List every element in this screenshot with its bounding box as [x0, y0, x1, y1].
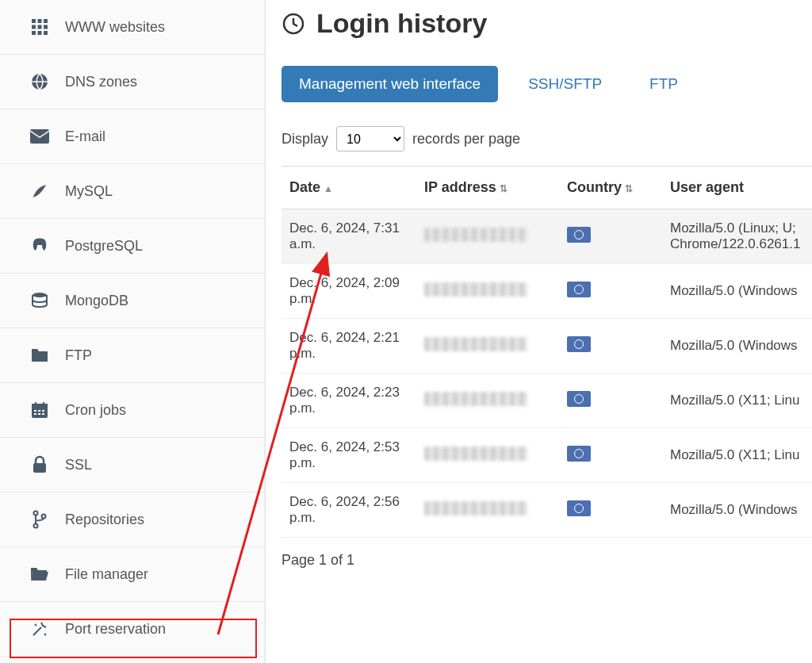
sidebar-item-ssl[interactable]: SSL [0, 438, 265, 492]
cell-ip [416, 374, 559, 428]
table-row: Dec. 6, 2024, 2:21 p.m. Mozilla/5.0 (Win… [282, 319, 812, 374]
sidebar-item-ftp[interactable]: FTP [0, 328, 265, 383]
tab-ftp[interactable]: FTP [632, 66, 695, 102]
cell-country [559, 319, 662, 374]
records-per-page-row: Display 10 records per page [282, 126, 812, 151]
records-per-page-select[interactable]: 10 [336, 126, 404, 151]
sidebar-item-postgres[interactable]: PostgreSQL [0, 219, 265, 274]
table-row: Dec. 6, 2024, 2:53 p.m. Mozilla/5.0 (X11… [282, 428, 812, 483]
clock-icon [282, 12, 305, 36]
main-content: Login history Management web interface S… [266, 0, 812, 663]
tab-label: Management web interface [299, 75, 481, 92]
table-row: Dec. 6, 2024, 2:56 p.m. Mozilla/5.0 (Win… [282, 483, 812, 538]
cell-ua: Mozilla/5.0 (X11; Linu [662, 374, 812, 428]
sidebar-item-mysql[interactable]: MySQL [0, 164, 265, 219]
envelope-icon [29, 125, 51, 148]
tab-ssh[interactable]: SSH/SFTP [511, 66, 619, 102]
display-label-pre: Display [282, 131, 328, 148]
cell-ua: Mozilla/5.0 (Windows [662, 483, 812, 538]
flag-icon [567, 446, 591, 462]
svg-rect-1 [38, 19, 42, 23]
sidebar-item-www[interactable]: WWW websites [0, 0, 265, 55]
sidebar-item-label: Port reservation [65, 621, 166, 638]
cell-date: Dec. 6, 2024, 2:09 p.m. [282, 264, 416, 319]
feather-icon [29, 180, 51, 202]
sidebar-item-dns[interactable]: DNS zones [0, 55, 265, 109]
svg-rect-7 [38, 31, 42, 35]
sidebar-item-email[interactable]: E-mail [0, 109, 265, 164]
svg-rect-6 [32, 31, 36, 35]
sort-icon: ⇅ [625, 183, 633, 194]
svg-rect-3 [32, 25, 36, 29]
cell-country [559, 209, 662, 264]
svg-rect-21 [42, 413, 44, 415]
table-row: Dec. 6, 2024, 2:09 p.m. Mozilla/5.0 (Win… [282, 264, 812, 319]
sidebar-item-label: File manager [65, 566, 148, 583]
cell-date: Dec. 6, 2024, 7:31 a.m. [282, 209, 416, 264]
sidebar-item-label: WWW websites [65, 19, 165, 36]
cell-ip [416, 483, 559, 538]
redacted-ip [424, 282, 527, 297]
cell-ua: Mozilla/5.0 (X11; Linu [662, 428, 812, 483]
col-header-country[interactable]: Country⇅ [559, 167, 662, 209]
cell-date: Dec. 6, 2024, 2:56 p.m. [282, 483, 416, 538]
svg-point-24 [34, 524, 38, 528]
tab-label: SSH/SFTP [528, 75, 602, 92]
svg-rect-2 [44, 19, 48, 23]
tabs: Management web interface SSH/SFTP FTP [282, 66, 812, 102]
sidebar-item-ports[interactable]: Port reservation [0, 602, 265, 657]
cell-date: Dec. 6, 2024, 2:21 p.m. [282, 319, 416, 374]
svg-rect-19 [34, 413, 36, 415]
svg-rect-0 [32, 19, 36, 23]
redacted-ip [424, 337, 527, 351]
svg-rect-5 [44, 25, 48, 29]
svg-point-25 [42, 515, 46, 519]
page-title-text: Login history [316, 8, 487, 39]
sidebar-item-label: E-mail [65, 128, 105, 145]
cell-country [559, 374, 662, 428]
redacted-ip [424, 392, 527, 406]
sidebar-item-label: MySQL [65, 183, 113, 200]
svg-rect-18 [42, 410, 44, 412]
svg-rect-10 [30, 129, 49, 144]
page-title: Login history [282, 8, 812, 39]
cell-country [559, 428, 662, 483]
sidebar-item-label: Cron jobs [65, 402, 126, 419]
folder-open-icon [29, 563, 51, 585]
sidebar-item-repos[interactable]: Repositories [0, 492, 265, 547]
col-header-date[interactable]: Date▲ [282, 167, 416, 209]
sidebar-item-label: FTP [65, 347, 92, 364]
cell-ip [416, 264, 559, 319]
table-row: Dec. 6, 2024, 2:23 p.m. Mozilla/5.0 (X11… [282, 374, 812, 428]
cell-date: Dec. 6, 2024, 2:23 p.m. [282, 374, 416, 428]
flag-icon [567, 500, 591, 516]
login-history-table: Date▲ IP address⇅ Country⇅ User agent De… [282, 166, 812, 538]
grid-icon [29, 16, 51, 38]
sidebar-item-cron[interactable]: Cron jobs [0, 383, 265, 438]
display-label-post: records per page [412, 131, 520, 148]
col-header-ip[interactable]: IP address⇅ [416, 167, 559, 209]
cell-date: Dec. 6, 2024, 2:53 p.m. [282, 428, 416, 483]
sidebar-item-account[interactable]: Account information [0, 657, 265, 663]
cell-ip [416, 319, 559, 374]
elephant-icon [29, 235, 51, 257]
sidebar-item-mongodb[interactable]: MongoDB [0, 274, 265, 328]
globe-icon [29, 71, 51, 93]
tab-label: FTP [649, 75, 678, 92]
cell-country [559, 483, 662, 538]
col-header-ua[interactable]: User agent [662, 167, 812, 209]
cell-ip [416, 209, 559, 264]
branch-icon [29, 508, 51, 531]
calendar-icon [29, 399, 51, 421]
table-row: Dec. 6, 2024, 7:31 a.m. Mozilla/5.0 (Lin… [282, 209, 812, 264]
cell-ip [416, 428, 559, 483]
spark-icon [29, 618, 51, 640]
svg-rect-13 [32, 404, 48, 408]
sidebar-item-files[interactable]: File manager [0, 547, 265, 602]
flag-icon [567, 227, 591, 243]
cell-ua: Mozilla/5.0 (Windows [662, 319, 812, 374]
svg-rect-17 [38, 410, 40, 412]
tab-web-interface[interactable]: Management web interface [282, 66, 498, 102]
sidebar-item-label: SSL [65, 457, 92, 473]
database-icon [29, 289, 51, 312]
